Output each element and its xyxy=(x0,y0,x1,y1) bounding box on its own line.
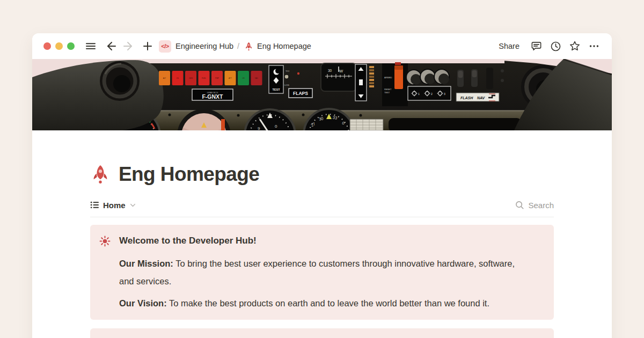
new-tab-icon[interactable] xyxy=(141,39,155,53)
toggle-switch-small xyxy=(284,75,289,79)
search-icon xyxy=(515,200,524,210)
search-button[interactable]: Search xyxy=(515,200,554,210)
breadcrumb-page[interactable]: Eng Homepage xyxy=(257,42,311,50)
traffic-lights[interactable] xyxy=(43,42,75,50)
cockpit-photo: 250 9 0 27 30 xyxy=(32,59,612,130)
trim-indicator xyxy=(355,64,367,101)
elt-lever: ARMED RESET TEST xyxy=(382,62,408,106)
comments-icon[interactable] xyxy=(529,39,543,53)
registration-placard: GRAV BCG F-GNXT xyxy=(192,89,233,100)
chevron-down-icon[interactable] xyxy=(129,202,136,209)
history-clock-icon[interactable] xyxy=(548,39,562,53)
workspace-code-icon[interactable]: </> xyxy=(159,40,171,53)
compass: 30 W xyxy=(321,63,356,91)
svg-text:RESET: RESET xyxy=(384,88,392,91)
share-button[interactable]: Share xyxy=(499,42,519,50)
svg-text:OIL: OIL xyxy=(176,77,179,79)
back-icon[interactable] xyxy=(104,39,118,53)
forward-icon[interactable] xyxy=(121,39,135,53)
mission-paragraph: Our Mission: To bring the best user expe… xyxy=(119,255,516,290)
breadcrumb-workspace[interactable]: Engineering Hub xyxy=(175,42,233,50)
svg-text:FUEL: FUEL xyxy=(202,77,206,79)
svg-text:2: 2 xyxy=(431,92,433,95)
page-cover-banner: 250 9 0 27 30 xyxy=(32,59,612,130)
breadcrumb: Engineering Hub / Eng Homepage xyxy=(175,42,311,51)
callout-welcome-heading: Welcome to the Developer Hub! xyxy=(119,234,516,247)
menu-icon[interactable] xyxy=(84,39,98,53)
toolbar: </> Engineering Hub / Eng Homepage Share xyxy=(32,33,612,59)
flash-nav-placard: FLASH NAV xyxy=(456,93,499,101)
page-content: Eng Homepage Home Search xyxy=(32,163,612,338)
svg-text:VAC: VAC xyxy=(255,77,259,79)
minimize-window-button[interactable] xyxy=(55,42,63,50)
glareshield-shadow xyxy=(389,118,522,130)
svg-text:ATT: ATT xyxy=(229,77,232,79)
data-placard xyxy=(350,119,383,130)
page: { "theme": { "page_bg": "#f6efe9", "wind… xyxy=(0,0,644,338)
light-knobs xyxy=(406,69,449,85)
svg-text:TEST: TEST xyxy=(272,88,280,91)
led-stack xyxy=(369,66,374,87)
svg-text:3: 3 xyxy=(444,92,445,95)
tab-home[interactable]: Home xyxy=(90,201,136,210)
svg-text:33: 33 xyxy=(332,115,338,120)
svg-text:ARMED: ARMED xyxy=(384,76,392,79)
test-panel: TEST xyxy=(269,65,283,93)
zoom-window-button[interactable] xyxy=(67,42,75,50)
view-tabs-row: Home Search xyxy=(90,198,554,212)
page-title-row: Eng Homepage xyxy=(90,163,554,186)
page-title[interactable]: Eng Homepage xyxy=(119,163,259,186)
svg-text:GEN: GEN xyxy=(189,77,193,79)
sun-icon xyxy=(99,236,111,247)
tabs-divider xyxy=(90,217,554,217)
callout-welcome-body: Welcome to the Developer Hub! Our Missio… xyxy=(119,234,516,312)
tab-home-label: Home xyxy=(103,201,126,210)
callout-resources[interactable]: Other resources to reference when workin… xyxy=(90,328,554,338)
svg-text:NAV: NAV xyxy=(477,96,486,100)
svg-text:TEST: TEST xyxy=(384,91,390,94)
svg-text:1: 1 xyxy=(418,92,420,95)
more-options-icon[interactable] xyxy=(587,39,601,53)
svg-text:FLAPS: FLAPS xyxy=(293,91,308,96)
callout-welcome[interactable]: Welcome to the Developer Hub! Our Missio… xyxy=(90,225,554,320)
flaps-placard: FLAPS xyxy=(289,89,312,98)
vision-paragraph: Our Vision: To make the best products on… xyxy=(119,295,516,312)
page-rocket-emoji-icon[interactable] xyxy=(90,164,111,185)
air-vent-left xyxy=(100,61,140,101)
svg-text:T/O: T/O xyxy=(286,70,290,72)
svg-text:PMP: PMP xyxy=(215,77,219,79)
indicator-dot xyxy=(297,72,299,75)
svg-text:F-GNXT: F-GNXT xyxy=(202,93,223,100)
svg-text:FLASH: FLASH xyxy=(460,96,473,100)
search-label: Search xyxy=(528,201,554,210)
toolbar-actions: Share xyxy=(499,39,601,53)
svg-text:LOG: LOG xyxy=(284,84,289,86)
dial-placard: 1 2 3 xyxy=(408,86,451,100)
sky-strip xyxy=(97,59,504,63)
favorite-star-icon[interactable] xyxy=(568,39,582,53)
svg-text:0: 0 xyxy=(275,124,277,129)
breadcrumb-separator: / xyxy=(237,42,239,50)
svg-text:9: 9 xyxy=(258,126,260,130)
list-view-icon xyxy=(90,201,99,209)
svg-text:W: W xyxy=(339,69,343,74)
close-window-button[interactable] xyxy=(43,42,51,50)
rocket-emoji-icon xyxy=(244,42,253,51)
svg-text:30: 30 xyxy=(328,69,332,72)
svg-text:ALT: ALT xyxy=(163,77,166,79)
browser-window: </> Engineering Hub / Eng Homepage Share xyxy=(32,33,612,338)
